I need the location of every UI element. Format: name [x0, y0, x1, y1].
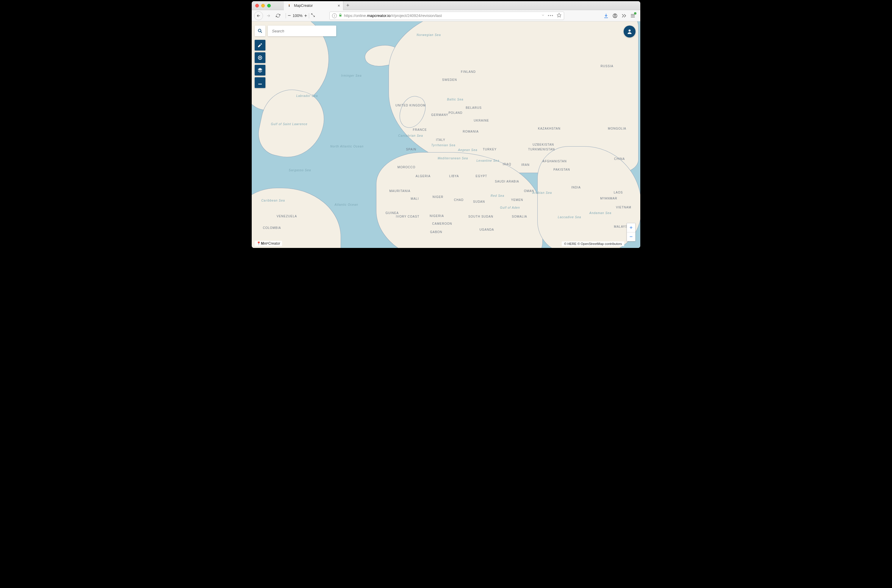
style-tool-button[interactable]	[255, 40, 265, 51]
site-info-icon[interactable]: i	[332, 14, 337, 18]
browser-tab[interactable]: MapCreator ×	[284, 1, 343, 10]
bookmark-icon[interactable]	[557, 13, 561, 18]
overflow-icon[interactable]	[621, 13, 627, 18]
zoom-in-button[interactable]: +	[304, 13, 307, 18]
zoom-out-button[interactable]: −	[288, 12, 291, 19]
water-label: Sargasso Sea	[289, 168, 311, 172]
page-actions-icon[interactable]: •••	[548, 14, 554, 18]
close-tab-icon[interactable]: ×	[338, 3, 340, 8]
mapcreator-logo: 📍MAPCreator	[255, 241, 282, 246]
water-label: North Atlantic Ocean	[330, 145, 364, 148]
downloads-icon[interactable]	[603, 13, 609, 18]
map-zoom-controls: + −	[627, 223, 636, 242]
menu-icon[interactable]	[630, 13, 636, 18]
forward-button[interactable]	[264, 12, 272, 20]
toolbar-right	[568, 13, 638, 18]
reload-button[interactable]	[274, 12, 282, 20]
tab-title: MapCreator	[294, 4, 313, 8]
water-label: Atlantic Ocean	[334, 203, 358, 206]
lock-icon	[338, 14, 342, 18]
svg-point-4	[258, 29, 261, 32]
search-button[interactable]	[255, 26, 265, 36]
back-button[interactable]	[254, 11, 263, 20]
landmass	[252, 188, 341, 248]
country-label: SPAIN	[406, 148, 416, 151]
water-label: Irminger Sea	[341, 74, 361, 77]
zoom-controls: − 100% +	[284, 12, 315, 19]
map-canvas[interactable]: RUSSIAFINLANDSWEDENUNITED KINGDOMBELARUS…	[252, 21, 640, 248]
zoom-level-label: 100%	[293, 14, 302, 18]
map-attribution: © HERE © OpenStreetMap contributors	[562, 242, 624, 246]
svg-point-6	[629, 29, 631, 32]
url-bar[interactable]: i https://online.mapcreator.io/#/project…	[329, 12, 564, 20]
map-zoom-in-button[interactable]: +	[627, 223, 635, 232]
titlebar: MapCreator × +	[252, 1, 640, 10]
fullscreen-icon[interactable]	[311, 13, 315, 18]
new-tab-button[interactable]: +	[343, 2, 352, 9]
search-input[interactable]	[268, 26, 336, 36]
map-zoom-out-button[interactable]: −	[627, 232, 635, 241]
chevron-down-icon[interactable]	[541, 14, 545, 18]
tool-sidebar	[255, 40, 265, 88]
user-menu-button[interactable]	[624, 26, 636, 38]
minimize-window-button[interactable]	[261, 4, 265, 8]
url-text: https://online.mapcreator.io/#/project/2…	[344, 14, 442, 18]
close-window-button[interactable]	[255, 4, 259, 8]
account-icon[interactable]	[612, 13, 618, 18]
tab-favicon-icon	[287, 3, 292, 8]
svg-point-3	[614, 14, 616, 16]
svg-point-0	[289, 4, 290, 5]
browser-toolbar: − 100% + i https://online.mapcreator.io/…	[252, 10, 640, 21]
maximize-window-button[interactable]	[267, 4, 271, 8]
download-tool-button[interactable]	[255, 77, 265, 88]
window-controls	[252, 4, 274, 8]
svg-rect-1	[289, 5, 289, 6]
browser-window: MapCreator × + − 100% + i	[252, 1, 640, 248]
layers-tool-button[interactable]	[255, 65, 265, 75]
add-tool-button[interactable]	[255, 52, 265, 63]
